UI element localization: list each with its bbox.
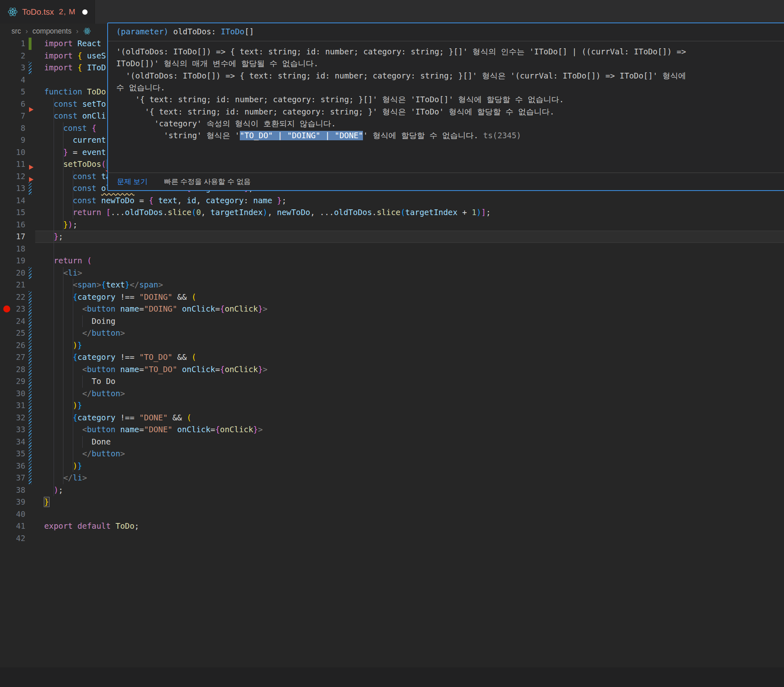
code-line[interactable]: 27 {category !== "TO_DO" && ( xyxy=(0,351,784,364)
code-line[interactable]: 21 <span>{text}</span> xyxy=(0,279,784,291)
code-line[interactable]: 39} xyxy=(0,496,784,508)
code-text: )} xyxy=(44,460,784,472)
line-number[interactable]: 9 xyxy=(0,134,25,146)
code-line[interactable]: 20 <li> xyxy=(0,267,784,279)
code-line[interactable]: 32 {category !== "DONE" && ( xyxy=(0,412,784,424)
line-number[interactable]: 35 xyxy=(0,448,25,460)
gutter-modified-marker xyxy=(29,424,32,436)
indent-guide xyxy=(54,219,54,231)
line-number[interactable]: 12 xyxy=(0,171,25,183)
line-number[interactable]: 20 xyxy=(0,267,25,279)
line-number[interactable]: 30 xyxy=(0,388,25,400)
indent-guide xyxy=(82,436,83,448)
line-number[interactable]: 21 xyxy=(0,279,25,291)
line-number[interactable]: 8 xyxy=(0,122,25,135)
line-number[interactable]: 17 xyxy=(0,231,25,243)
line-number[interactable]: 2 xyxy=(0,50,25,62)
line-number[interactable]: 18 xyxy=(0,243,25,255)
line-number[interactable]: 3 xyxy=(0,62,25,74)
indent-guide xyxy=(73,388,73,400)
line-number[interactable]: 11 xyxy=(0,158,25,171)
gutter-modified-marker xyxy=(29,412,32,424)
line-number[interactable]: 32 xyxy=(0,412,25,424)
indent-guide xyxy=(63,400,63,412)
code-line[interactable]: 17 }; xyxy=(0,231,784,243)
code-line[interactable]: 23 <button name="DOING" onClick={onClick… xyxy=(0,303,784,315)
line-number[interactable]: 22 xyxy=(0,291,25,303)
code-text xyxy=(44,508,784,521)
tab-title: ToDo.tsx xyxy=(22,7,54,17)
code-text: <button name="DOING" onClick={onClick}> xyxy=(44,303,784,315)
view-problem-link[interactable]: 문제 보기 xyxy=(117,177,148,186)
indent-guide xyxy=(54,279,54,291)
indent-guide xyxy=(54,171,54,183)
line-number[interactable]: 16 xyxy=(0,219,25,231)
line-number[interactable]: 13 xyxy=(0,182,25,195)
line-number[interactable]: 5 xyxy=(0,86,25,98)
code-line[interactable]: 31 )} xyxy=(0,400,784,412)
line-number[interactable]: 1 xyxy=(0,38,25,50)
code-line[interactable]: 35 </button> xyxy=(0,448,784,460)
line-number[interactable]: 41 xyxy=(0,520,25,532)
line-number[interactable]: 27 xyxy=(0,351,25,364)
line-number[interactable]: 36 xyxy=(0,460,25,472)
code-text: {category !== "TO_DO" && ( xyxy=(44,351,784,364)
line-number[interactable]: 42 xyxy=(0,532,25,545)
line-number[interactable]: 15 xyxy=(0,207,25,219)
line-number[interactable]: 14 xyxy=(0,195,25,207)
code-line[interactable]: 42 xyxy=(0,532,784,545)
code-line[interactable]: 15 return [...oldToDos.slice(0, targetIn… xyxy=(0,207,784,219)
react-icon xyxy=(83,27,91,35)
line-number[interactable]: 31 xyxy=(0,400,25,412)
breadcrumb-item-components[interactable]: components xyxy=(32,27,71,36)
indent-guide xyxy=(63,364,63,376)
code-line[interactable]: 28 <button name="TO_DO" onClick={onClick… xyxy=(0,364,784,376)
code-line[interactable]: 29 To Do xyxy=(0,375,784,388)
line-number[interactable]: 26 xyxy=(0,339,25,352)
line-number[interactable]: 37 xyxy=(0,472,25,484)
code-line[interactable]: 36 )} xyxy=(0,460,784,472)
line-number[interactable]: 34 xyxy=(0,436,25,448)
line-number[interactable]: 24 xyxy=(0,315,25,328)
gutter-modified-marker xyxy=(29,182,32,195)
gutter-modified-marker xyxy=(29,62,32,74)
code-line[interactable]: 19 return ( xyxy=(0,255,784,267)
indent-guide xyxy=(73,400,73,412)
tab-todo-tsx[interactable]: ToDo.tsx 2, M xyxy=(0,0,95,24)
indent-guide xyxy=(54,182,54,195)
code-text: )} xyxy=(44,400,784,412)
code-line[interactable]: 41export default ToDo; xyxy=(0,520,784,532)
code-line[interactable]: 37 </li> xyxy=(0,472,784,484)
line-number[interactable]: 10 xyxy=(0,146,25,159)
line-number[interactable]: 25 xyxy=(0,327,25,339)
code-line[interactable]: 40 xyxy=(0,508,784,521)
line-number[interactable]: 6 xyxy=(0,98,25,110)
code-line[interactable]: 18 xyxy=(0,243,784,255)
hover-error-line: '{ text: string; id: number; category: s… xyxy=(116,106,784,118)
code-line[interactable]: 26 )} xyxy=(0,339,784,352)
code-line[interactable]: 22 {category !== "DOING" && ( xyxy=(0,291,784,303)
code-line[interactable]: 38 ); xyxy=(0,484,784,496)
line-number[interactable]: 19 xyxy=(0,255,25,267)
breakpoint-dot[interactable] xyxy=(3,305,10,312)
line-number[interactable]: 29 xyxy=(0,375,25,388)
line-number[interactable]: 39 xyxy=(0,496,25,508)
code-line[interactable]: 24 Doing xyxy=(0,315,784,328)
line-number[interactable]: 38 xyxy=(0,484,25,496)
line-number[interactable]: 7 xyxy=(0,110,25,122)
line-number[interactable]: 40 xyxy=(0,508,25,521)
modified-dot-icon[interactable] xyxy=(82,9,88,15)
code-text: </button> xyxy=(44,448,784,460)
code-line[interactable]: 16 }); xyxy=(0,219,784,231)
code-line[interactable]: 25 </button> xyxy=(0,327,784,339)
code-line[interactable]: 34 Done xyxy=(0,436,784,448)
code-line[interactable]: 14 const newToDo = { text, id, category:… xyxy=(0,195,784,207)
gutter-modified-marker xyxy=(29,388,32,400)
code-line[interactable]: 30 </button> xyxy=(0,388,784,400)
breadcrumb-item-src[interactable]: src xyxy=(11,27,21,36)
code-text: )} xyxy=(44,339,784,352)
code-line[interactable]: 33 <button name="DONE" onClick={onClick}… xyxy=(0,424,784,436)
line-number[interactable]: 28 xyxy=(0,364,25,376)
line-number[interactable]: 4 xyxy=(0,74,25,86)
line-number[interactable]: 33 xyxy=(0,424,25,436)
